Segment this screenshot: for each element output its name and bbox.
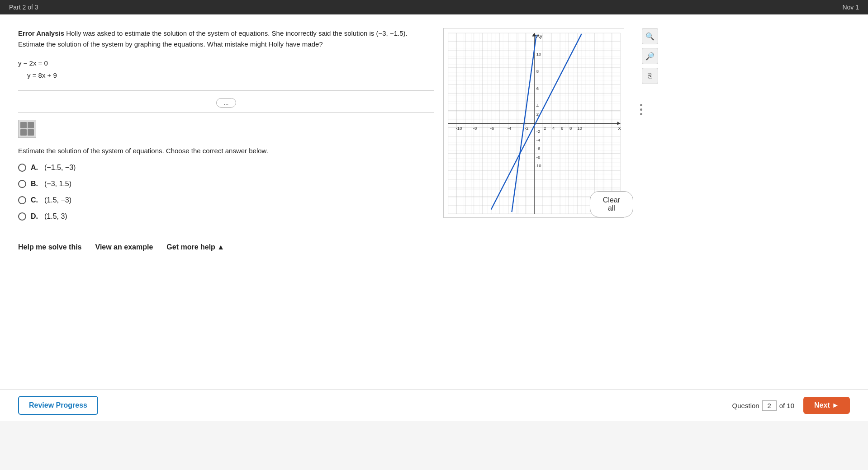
question-text: Error Analysis Holly was asked to estima…: [18, 28, 434, 50]
svg-text:4: 4: [536, 103, 539, 108]
svg-text:2: 2: [544, 126, 546, 131]
svg-text:-6: -6: [490, 126, 494, 131]
clear-all-button[interactable]: Clear all: [590, 191, 633, 217]
svg-text:-6: -6: [536, 146, 540, 151]
zoom-in-button[interactable]: 🔍: [642, 28, 658, 44]
radio-d[interactable]: [18, 212, 26, 221]
svg-text:2: 2: [536, 112, 539, 117]
vertical-dots[interactable]: [640, 96, 642, 123]
external-link-button[interactable]: ⎘: [642, 68, 658, 84]
equation1: y − 2x = 0: [18, 57, 434, 69]
question-label: Question: [732, 402, 759, 409]
right-panel: Ay x -10 -8 -6 -4 -2 2 4 6 8 10: [443, 28, 633, 380]
dots-pill-button[interactable]: ...: [216, 98, 237, 108]
question-number: Question 2 of 10: [732, 400, 794, 411]
svg-text:-4: -4: [508, 126, 512, 131]
radio-c[interactable]: [18, 196, 26, 204]
bottom-area: Review Progress Question 2 of 10 Next ►: [0, 389, 868, 421]
dot3: [640, 113, 642, 115]
bottom-right: Question 2 of 10 Next ►: [732, 397, 850, 414]
grid-cell-4: [28, 129, 34, 136]
top-bar: Part 2 of 3 Nov 1: [0, 0, 868, 14]
svg-text:-8: -8: [473, 126, 477, 131]
svg-text:6: 6: [536, 86, 539, 91]
option-a-label: A.: [31, 164, 38, 172]
dot2: [640, 108, 642, 111]
equations: y − 2x = 0 y = 8x + 9: [18, 57, 434, 81]
estimate-label: Estimate the solution of the system of e…: [18, 147, 434, 155]
svg-text:x: x: [618, 125, 621, 131]
options-list: A. (−1.5, −3) B. (−3, 1.5) C. (1.5, −3) …: [18, 164, 434, 221]
get-more-help-link[interactable]: Get more help ▲: [166, 243, 224, 251]
date-label: Nov 1: [842, 4, 859, 11]
graph-container: Ay x -10 -8 -6 -4 -2 2 4 6 8 10: [443, 28, 624, 218]
grid-icon[interactable]: [18, 120, 36, 138]
option-d-label: D.: [31, 212, 38, 221]
option-d-value: (1.5, 3): [44, 212, 67, 221]
view-example-link[interactable]: View an example: [95, 243, 153, 251]
grid-cell-1: [20, 122, 27, 128]
question-num-box[interactable]: 2: [762, 400, 777, 411]
grid-cell-2: [28, 122, 34, 128]
divider2: [18, 112, 434, 113]
svg-text:-2: -2: [536, 129, 540, 134]
part-label: Part 2 of 3: [9, 4, 38, 11]
equation2: y = 8x + 9: [27, 69, 434, 81]
radio-b[interactable]: [18, 180, 26, 188]
help-row: Help me solve this View an example Get m…: [18, 234, 434, 251]
option-b[interactable]: B. (−3, 1.5): [18, 180, 434, 188]
option-c-value: (1.5, −3): [44, 196, 71, 204]
svg-text:10: 10: [536, 52, 541, 56]
option-d[interactable]: D. (1.5, 3): [18, 212, 434, 221]
question-main-text: Holly was asked to estimate the solution…: [18, 29, 408, 48]
error-analysis-label: Error Analysis: [18, 29, 64, 37]
question-total: of 10: [779, 402, 794, 409]
svg-text:4: 4: [552, 126, 555, 131]
divider1: [18, 90, 434, 91]
option-b-label: B.: [31, 180, 38, 188]
svg-text:6: 6: [561, 126, 563, 131]
svg-text:8: 8: [536, 69, 539, 74]
svg-text:Ay: Ay: [536, 33, 542, 39]
graph-svg: Ay x -10 -8 -6 -4 -2 2 4 6 8 10: [444, 28, 625, 218]
zoom-out-button[interactable]: 🔎: [642, 48, 658, 64]
grid-cell-3: [20, 129, 27, 136]
option-a-value: (−1.5, −3): [44, 164, 76, 172]
option-c-label: C.: [31, 196, 38, 204]
svg-text:-10: -10: [456, 126, 462, 131]
left-panel: Error Analysis Holly was asked to estima…: [18, 28, 434, 380]
svg-text:-4: -4: [536, 137, 541, 142]
option-c[interactable]: C. (1.5, −3): [18, 196, 434, 204]
help-me-solve-link[interactable]: Help me solve this: [18, 243, 82, 251]
svg-text:-8: -8: [536, 155, 540, 160]
review-progress-button[interactable]: Review Progress: [18, 396, 98, 415]
option-b-value: (−3, 1.5): [44, 180, 71, 188]
svg-text:-10: -10: [535, 163, 541, 168]
svg-text:8: 8: [569, 126, 572, 131]
radio-a[interactable]: [18, 164, 26, 172]
content-area: Error Analysis Holly was asked to estima…: [0, 14, 868, 389]
dots-pill-container: ...: [18, 98, 434, 108]
svg-text:10: 10: [577, 126, 582, 131]
option-a[interactable]: A. (−1.5, −3): [18, 164, 434, 172]
dot1: [640, 104, 642, 106]
svg-text:-2: -2: [525, 126, 528, 131]
main-wrapper: Error Analysis Holly was asked to estima…: [0, 14, 868, 421]
next-button[interactable]: Next ►: [803, 397, 850, 414]
